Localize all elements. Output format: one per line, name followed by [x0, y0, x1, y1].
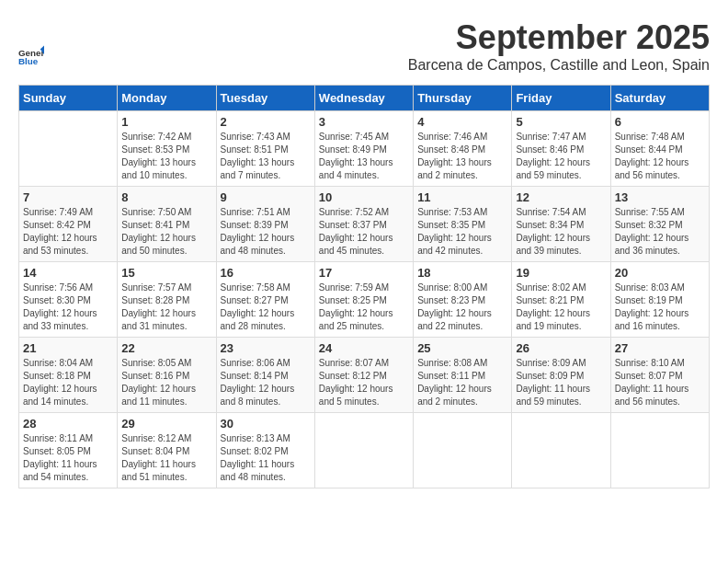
day-number: 19 [516, 266, 606, 280]
day-number: 18 [417, 266, 507, 280]
day-info: Sunrise: 7:43 AM Sunset: 8:51 PM Dayligh… [221, 131, 311, 182]
calendar-cell: 19Sunrise: 8:02 AM Sunset: 8:21 PM Dayli… [512, 262, 610, 338]
calendar-cell [19, 111, 118, 187]
day-number: 3 [319, 115, 409, 129]
weekday-header-monday: Monday [118, 86, 216, 111]
day-number: 4 [417, 115, 507, 129]
day-info: Sunrise: 8:11 AM Sunset: 8:05 PM Dayligh… [23, 432, 113, 484]
weekday-header-thursday: Thursday [414, 86, 512, 111]
day-info: Sunrise: 8:10 AM Sunset: 8:07 PM Dayligh… [615, 357, 705, 408]
calendar-cell: 6Sunrise: 7:48 AM Sunset: 8:44 PM Daylig… [610, 111, 709, 187]
calendar-cell: 8Sunrise: 7:50 AM Sunset: 8:41 PM Daylig… [118, 187, 216, 262]
day-number: 29 [121, 417, 211, 431]
day-number: 15 [121, 266, 211, 280]
day-number: 10 [319, 190, 409, 204]
day-number: 8 [121, 190, 211, 204]
day-info: Sunrise: 7:59 AM Sunset: 8:25 PM Dayligh… [319, 282, 409, 333]
calendar-cell: 2Sunrise: 7:43 AM Sunset: 8:51 PM Daylig… [216, 111, 314, 187]
calendar-cell: 17Sunrise: 7:59 AM Sunset: 8:25 PM Dayli… [314, 262, 413, 338]
calendar-cell: 25Sunrise: 8:08 AM Sunset: 8:11 PM Dayli… [414, 338, 512, 413]
day-info: Sunrise: 7:56 AM Sunset: 8:30 PM Dayligh… [23, 282, 113, 333]
svg-text:Blue: Blue [18, 56, 39, 66]
day-number: 9 [221, 190, 311, 204]
general-blue-logo: General Blue [18, 44, 44, 70]
day-number: 5 [516, 115, 606, 129]
day-info: Sunrise: 8:02 AM Sunset: 8:21 PM Dayligh… [516, 282, 606, 333]
calendar-cell: 9Sunrise: 7:51 AM Sunset: 8:39 PM Daylig… [216, 187, 314, 262]
calendar-cell: 14Sunrise: 7:56 AM Sunset: 8:30 PM Dayli… [19, 262, 118, 338]
calendar-cell: 18Sunrise: 8:00 AM Sunset: 8:23 PM Dayli… [414, 262, 512, 338]
calendar-cell: 13Sunrise: 7:55 AM Sunset: 8:32 PM Dayli… [610, 187, 709, 262]
location-title: Barcena de Campos, Castille and Leon, Sp… [408, 57, 710, 74]
day-info: Sunrise: 8:07 AM Sunset: 8:12 PM Dayligh… [319, 357, 409, 408]
weekday-header-tuesday: Tuesday [216, 86, 314, 111]
day-info: Sunrise: 7:42 AM Sunset: 8:53 PM Dayligh… [121, 131, 211, 182]
calendar-cell [512, 413, 610, 488]
calendar-cell: 29Sunrise: 8:12 AM Sunset: 8:04 PM Dayli… [118, 413, 216, 488]
calendar-cell: 28Sunrise: 8:11 AM Sunset: 8:05 PM Dayli… [19, 413, 118, 488]
calendar-table: SundayMondayTuesdayWednesdayThursdayFrid… [18, 85, 710, 488]
day-info: Sunrise: 8:13 AM Sunset: 8:02 PM Dayligh… [221, 432, 311, 484]
weekday-header-sunday: Sunday [19, 86, 118, 111]
day-number: 27 [615, 341, 705, 355]
day-number: 13 [615, 190, 705, 204]
calendar-cell [610, 413, 709, 488]
day-info: Sunrise: 8:05 AM Sunset: 8:16 PM Dayligh… [121, 357, 211, 408]
calendar-cell: 12Sunrise: 7:54 AM Sunset: 8:34 PM Dayli… [512, 187, 610, 262]
day-info: Sunrise: 7:58 AM Sunset: 8:27 PM Dayligh… [221, 282, 311, 333]
calendar-cell: 26Sunrise: 8:09 AM Sunset: 8:09 PM Dayli… [512, 338, 610, 413]
day-number: 25 [417, 341, 507, 355]
day-number: 28 [23, 417, 113, 431]
calendar-cell: 5Sunrise: 7:47 AM Sunset: 8:46 PM Daylig… [512, 111, 610, 187]
day-number: 20 [615, 266, 705, 280]
calendar-cell: 15Sunrise: 7:57 AM Sunset: 8:28 PM Dayli… [118, 262, 216, 338]
day-number: 7 [23, 190, 113, 204]
day-info: Sunrise: 7:54 AM Sunset: 8:34 PM Dayligh… [516, 206, 606, 258]
day-info: Sunrise: 8:00 AM Sunset: 8:23 PM Dayligh… [417, 282, 507, 333]
day-info: Sunrise: 7:53 AM Sunset: 8:35 PM Dayligh… [417, 206, 507, 258]
day-info: Sunrise: 7:55 AM Sunset: 8:32 PM Dayligh… [615, 206, 705, 258]
day-number: 21 [23, 341, 113, 355]
calendar-cell: 7Sunrise: 7:49 AM Sunset: 8:42 PM Daylig… [19, 187, 118, 262]
day-number: 11 [417, 190, 507, 204]
calendar-cell: 24Sunrise: 8:07 AM Sunset: 8:12 PM Dayli… [314, 338, 413, 413]
day-number: 6 [615, 115, 705, 129]
day-number: 14 [23, 266, 113, 280]
day-info: Sunrise: 8:04 AM Sunset: 8:18 PM Dayligh… [23, 357, 113, 408]
calendar-cell: 30Sunrise: 8:13 AM Sunset: 8:02 PM Dayli… [216, 413, 314, 488]
calendar-cell: 4Sunrise: 7:46 AM Sunset: 8:48 PM Daylig… [414, 111, 512, 187]
calendar-cell: 16Sunrise: 7:58 AM Sunset: 8:27 PM Dayli… [216, 262, 314, 338]
day-info: Sunrise: 7:45 AM Sunset: 8:49 PM Dayligh… [319, 131, 409, 182]
day-number: 16 [221, 266, 311, 280]
calendar-cell: 3Sunrise: 7:45 AM Sunset: 8:49 PM Daylig… [314, 111, 413, 187]
weekday-header-wednesday: Wednesday [314, 86, 413, 111]
day-info: Sunrise: 7:51 AM Sunset: 8:39 PM Dayligh… [221, 206, 311, 258]
day-number: 26 [516, 341, 606, 355]
calendar-cell: 10Sunrise: 7:52 AM Sunset: 8:37 PM Dayli… [314, 187, 413, 262]
day-info: Sunrise: 8:12 AM Sunset: 8:04 PM Dayligh… [121, 432, 211, 484]
calendar-cell [414, 413, 512, 488]
calendar-cell: 11Sunrise: 7:53 AM Sunset: 8:35 PM Dayli… [414, 187, 512, 262]
calendar-cell: 23Sunrise: 8:06 AM Sunset: 8:14 PM Dayli… [216, 338, 314, 413]
month-title: September 2025 [408, 18, 710, 57]
calendar-cell: 22Sunrise: 8:05 AM Sunset: 8:16 PM Dayli… [118, 338, 216, 413]
day-number: 17 [319, 266, 409, 280]
day-info: Sunrise: 8:09 AM Sunset: 8:09 PM Dayligh… [516, 357, 606, 408]
day-info: Sunrise: 7:50 AM Sunset: 8:41 PM Dayligh… [121, 206, 211, 258]
calendar-cell: 1Sunrise: 7:42 AM Sunset: 8:53 PM Daylig… [118, 111, 216, 187]
day-number: 22 [121, 341, 211, 355]
calendar-cell [314, 413, 413, 488]
day-info: Sunrise: 7:52 AM Sunset: 8:37 PM Dayligh… [319, 206, 409, 258]
day-info: Sunrise: 7:47 AM Sunset: 8:46 PM Dayligh… [516, 131, 606, 182]
day-number: 1 [121, 115, 211, 129]
day-info: Sunrise: 7:49 AM Sunset: 8:42 PM Dayligh… [23, 206, 113, 258]
day-info: Sunrise: 7:57 AM Sunset: 8:28 PM Dayligh… [121, 282, 211, 333]
day-number: 23 [221, 341, 311, 355]
calendar-cell: 27Sunrise: 8:10 AM Sunset: 8:07 PM Dayli… [610, 338, 709, 413]
day-info: Sunrise: 8:06 AM Sunset: 8:14 PM Dayligh… [221, 357, 311, 408]
calendar-cell: 21Sunrise: 8:04 AM Sunset: 8:18 PM Dayli… [19, 338, 118, 413]
day-info: Sunrise: 7:48 AM Sunset: 8:44 PM Dayligh… [615, 131, 705, 182]
calendar-cell: 20Sunrise: 8:03 AM Sunset: 8:19 PM Dayli… [610, 262, 709, 338]
weekday-header-friday: Friday [512, 86, 610, 111]
day-number: 30 [221, 417, 311, 431]
